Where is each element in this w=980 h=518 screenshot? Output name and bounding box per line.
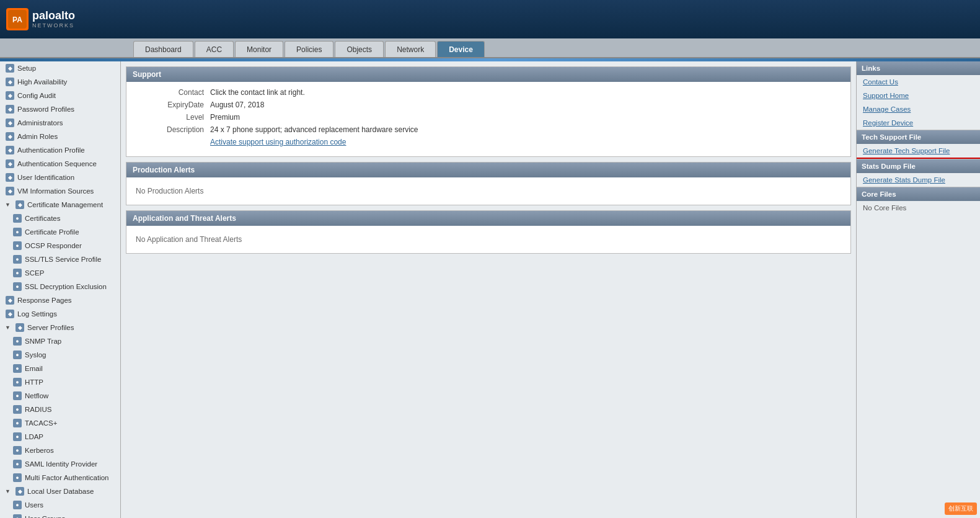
certificate-profile-label: Certificate Profile (25, 228, 79, 236)
sidebar-item-server-profiles[interactable]: ▼◆Server Profiles (0, 321, 120, 334)
sidebar-item-scep[interactable]: ●SCEP (0, 266, 120, 280)
generate-stats-dump-link[interactable]: Generate Stats Dump File (857, 173, 980, 187)
register-device-link[interactable]: Register Device (857, 116, 980, 130)
sidebar-item-radius[interactable]: ●RADIUS (0, 403, 120, 416)
svg-text:●: ● (15, 420, 19, 426)
sidebar-item-email[interactable]: ●Email (0, 362, 120, 375)
support-panel-header: Support (126, 67, 850, 82)
nav-tab-policies[interactable]: Policies (285, 41, 333, 57)
sidebar-item-netflow[interactable]: ●Netflow (0, 389, 120, 403)
local-user-database-label: Local User Database (27, 488, 94, 495)
svg-text:◆: ◆ (18, 324, 22, 331)
svg-text:●: ● (15, 256, 19, 262)
server-profiles-icon: ◆ (15, 323, 25, 333)
svg-text:◆: ◆ (8, 188, 12, 194)
activate-row: Activate support using authorization cod… (136, 138, 841, 146)
sidebar-item-log-settings[interactable]: ◆Log Settings (0, 307, 120, 321)
sidebar-item-admin-roles[interactable]: ◆Admin Roles (0, 130, 120, 143)
sidebar-item-syslog[interactable]: ●Syslog (0, 348, 120, 362)
production-alerts-title: Production Alerts (133, 166, 195, 174)
nav-tab-monitor[interactable]: Monitor (235, 41, 283, 57)
watermark: 创新互联 (945, 502, 977, 515)
nav-tab-dashboard[interactable]: Dashboard (133, 41, 193, 57)
support-panel-content: Contact Click the contact link at right.… (126, 82, 850, 156)
app-threat-alerts-no-data: No Application and Threat Alerts (136, 232, 841, 247)
description-value: 24 x 7 phone support; advanced replaceme… (210, 125, 418, 134)
logo-brand: paloalto (32, 10, 75, 22)
manage-cases-link[interactable]: Manage Cases (857, 102, 980, 116)
sidebar-item-setup[interactable]: ◆Setup (0, 61, 120, 75)
sidebar-item-high-availability[interactable]: ◆High Availability (0, 75, 120, 89)
sidebar-item-local-user-database[interactable]: ▼◆Local User Database (0, 485, 120, 498)
nav-tab-acc[interactable]: ACC (195, 41, 234, 57)
sidebar-item-snmp-trap[interactable]: ●SNMP Trap (0, 334, 120, 348)
svg-text:●: ● (15, 270, 19, 276)
logo-text-area: paloalto NETWORKS (32, 10, 75, 29)
sidebar-item-certificate-management[interactable]: ▼◆Certificate Management (0, 198, 120, 212)
sidebar-item-mfa[interactable]: ●Multi Factor Authentication (0, 471, 120, 485)
production-alerts-panel: Production Alerts No Production Alerts (126, 162, 851, 205)
authentication-sequence-label: Authentication Sequence (17, 160, 97, 167)
svg-text:●: ● (15, 516, 19, 518)
log-settings-icon: ◆ (5, 309, 15, 319)
sidebar-item-saml[interactable]: ●SAML Identity Provider (0, 457, 120, 471)
authentication-sequence-icon: ◆ (5, 159, 15, 169)
sidebar-item-response-pages[interactable]: ◆Response Pages (0, 293, 120, 307)
sidebar-item-ssl-tls-service-profile[interactable]: ●SSL/TLS Service Profile (0, 252, 120, 266)
sidebar-item-vm-information-sources[interactable]: ◆VM Information Sources (0, 184, 120, 198)
description-row: Description 24 x 7 phone support; advanc… (136, 125, 841, 134)
tech-support-title: Tech Support File (862, 133, 921, 141)
sidebar: ◆Setup◆High Availability◆Config Audit◆Pa… (0, 61, 121, 518)
sidebar-item-ocsp-responder[interactable]: ●OCSP Responder (0, 239, 120, 252)
support-home-link[interactable]: Support Home (857, 89, 980, 102)
certificate-management-arrow: ▼ (5, 202, 11, 208)
sidebar-item-password-profiles[interactable]: ◆Password Profiles (0, 102, 120, 116)
generate-tech-support-link[interactable]: Generate Tech Support File (857, 144, 980, 159)
radius-label: RADIUS (25, 406, 51, 413)
ldap-icon: ● (12, 432, 22, 442)
sidebar-item-certificate-profile[interactable]: ●Certificate Profile (0, 225, 120, 239)
sidebar-item-ldap[interactable]: ●LDAP (0, 430, 120, 444)
user-groups-icon: ● (12, 514, 22, 518)
setup-label: Setup (17, 65, 36, 72)
nav-tab-device[interactable]: Device (437, 41, 485, 57)
users-icon: ● (12, 500, 22, 510)
sidebar-item-config-audit[interactable]: ◆Config Audit (0, 89, 120, 102)
main-layout: ◆Setup◆High Availability◆Config Audit◆Pa… (0, 61, 980, 518)
snmp-trap-icon: ● (12, 336, 22, 346)
sidebar-item-user-groups[interactable]: ●User Groups (0, 512, 120, 518)
svg-text:●: ● (15, 365, 19, 372)
server-profiles-arrow: ▼ (5, 324, 11, 331)
sidebar-item-tacacs[interactable]: ●TACACS+ (0, 416, 120, 430)
sidebar-item-authentication-profile[interactable]: ◆Authentication Profile (0, 143, 120, 157)
vm-information-sources-icon: ◆ (5, 186, 15, 196)
sidebar-item-http[interactable]: ●HTTP (0, 375, 120, 389)
svg-text:◆: ◆ (8, 65, 12, 71)
level-value: Premium (210, 113, 240, 122)
svg-text:◆: ◆ (8, 92, 12, 99)
activate-link[interactable]: Activate support using authorization cod… (210, 138, 346, 146)
nav-tab-network[interactable]: Network (385, 41, 436, 57)
contact-us-link[interactable]: Contact Us (857, 75, 980, 89)
svg-text:●: ● (15, 461, 19, 467)
scep-label: SCEP (25, 269, 44, 277)
sidebar-item-users[interactable]: ●Users (0, 498, 120, 512)
saml-label: SAML Identity Provider (25, 460, 97, 468)
sidebar-item-user-identification[interactable]: ◆User Identification (0, 171, 120, 184)
http-icon: ● (12, 377, 22, 387)
contact-value: Click the contact link at right. (210, 88, 305, 97)
certificate-management-label: Certificate Management (27, 201, 103, 208)
user-groups-label: User Groups (25, 515, 65, 518)
high-availability-label: High Availability (17, 78, 67, 86)
sidebar-item-ssl-decryption-exclusion[interactable]: ●SSL Decryption Exclusion (0, 280, 120, 293)
certificates-icon: ● (12, 213, 22, 223)
sidebar-item-administrators[interactable]: ◆Administrators (0, 116, 120, 130)
administrators-label: Administrators (17, 119, 63, 127)
nav-tab-objects[interactable]: Objects (335, 41, 384, 57)
support-panel-title: Support (133, 70, 161, 79)
ssl-decryption-exclusion-icon: ● (12, 282, 22, 292)
level-label: Level (136, 113, 210, 122)
sidebar-item-authentication-sequence[interactable]: ◆Authentication Sequence (0, 157, 120, 171)
sidebar-item-kerberos[interactable]: ●Kerberos (0, 444, 120, 457)
sidebar-item-certificates[interactable]: ●Certificates (0, 212, 120, 225)
